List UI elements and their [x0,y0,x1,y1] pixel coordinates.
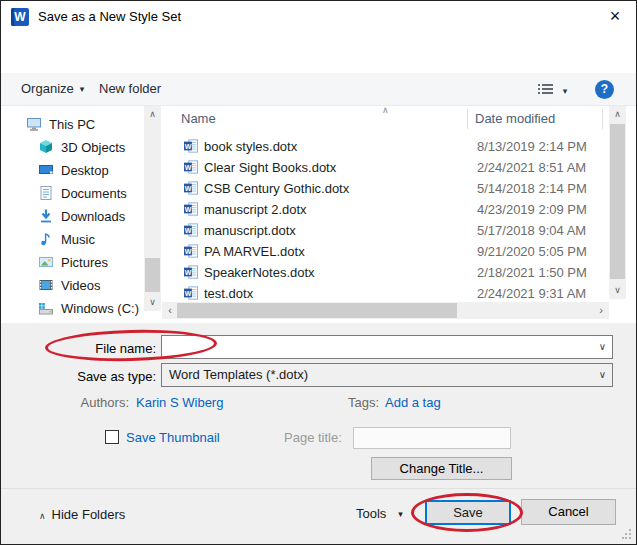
file-name: CSB Century Gothic.dotx [204,178,349,199]
svg-text:W: W [185,248,192,255]
sidebar-item-desktop[interactable]: Desktop [38,160,109,181]
word-app-icon: W [11,8,29,26]
column-header-name[interactable]: Name [181,106,216,132]
drive-icon [38,301,61,316]
file-name-combobox[interactable]: ∨ [161,335,613,359]
sidebar-item-windows-c[interactable]: Windows (C:) [38,298,139,319]
page-title-label: Page title: [284,430,342,445]
tools-button[interactable]: Tools▾ [356,506,403,521]
tools-dropdown-icon: ▾ [398,509,403,519]
add-a-tag-link[interactable]: Add a tag [385,395,441,410]
help-button[interactable]: ? [595,80,614,99]
file-row[interactable]: WCSB Century Gothic.dotx5/14/2018 2:14 P… [163,178,609,199]
file-name-dropdown-icon[interactable]: ∨ [599,336,606,358]
sidebar-label: Documents [61,186,127,201]
save-as-type-combobox[interactable]: Word Templates (*.dotx) ∨ [161,363,613,387]
cancel-button[interactable]: Cancel [521,499,616,525]
file-row[interactable]: Wbook styles.dotx8/13/2019 2:14 PM [163,136,609,157]
close-button[interactable]: × [603,5,627,29]
file-name: Clear Sight Books.dotx [204,157,336,178]
sidebar-label: This PC [49,117,95,132]
svg-text:W: W [185,143,192,150]
view-mode-button[interactable]: ▾ [538,83,567,98]
hide-folders-button[interactable]: ∧Hide Folders [39,507,125,522]
form-panel: File name: ∨ Save as type: Word Template… [1,323,637,488]
svg-text:W: W [185,227,192,234]
svg-text:W: W [185,185,192,192]
scroll-up-icon[interactable]: ∧ [609,107,626,122]
file-row[interactable]: Wmanuscript.dotx5/17/2018 9:04 AM [163,220,609,241]
sidebar-label: Windows (C:) [61,301,139,316]
file-date: 5/17/2018 9:04 AM [477,220,586,241]
file-row[interactable]: WPA MARVEL.dotx9/21/2020 5:05 PM [163,241,609,262]
sidebar-scrollbar[interactable]: ∧ ∨ [144,106,161,311]
save-as-type-dropdown-icon[interactable]: ∨ [599,364,606,386]
sidebar-label: Videos [61,278,101,293]
scroll-down-icon[interactable]: ∨ [144,295,161,310]
file-date: 2/24/2021 9:31 AM [477,283,586,304]
sidebar-item-videos[interactable]: Videos [38,275,101,296]
sidebar-item-pictures[interactable]: Pictures [38,252,108,273]
file-name: SpeakerNotes.dotx [204,262,315,283]
file-name: manuscript 2.dotx [204,199,307,220]
authors-label: Authors: [41,395,129,410]
file-row[interactable]: Wtest.dotx2/24/2021 9:31 AM [163,283,609,304]
file-date: 4/23/2019 2:09 PM [477,199,587,220]
sidebar-item-this-pc[interactable]: This PC [26,114,95,135]
cube-icon [38,140,61,155]
scroll-down-icon[interactable]: ∨ [609,283,626,298]
change-title-button[interactable]: Change Title... [371,457,512,480]
desktop-icon [38,163,61,178]
file-date: 9/21/2020 5:05 PM [477,241,587,262]
column-divider[interactable] [467,109,468,129]
view-dropdown-icon: ▾ [563,86,568,96]
file-row[interactable]: Wmanuscript 2.dotx4/23/2019 2:09 PM [163,199,609,220]
resize-grip[interactable] [622,529,632,539]
file-date: 5/14/2018 2:14 PM [477,178,587,199]
new-folder-button[interactable]: New folder [99,81,161,96]
details-view-icon [538,83,557,98]
navigation-bar: ← → ∨ ↑ « Microsoft › QuickStyles ∨ ↻ [1,33,636,73]
scroll-left-icon[interactable]: ‹ [163,302,177,319]
svg-text:W: W [185,290,192,297]
music-note-icon [38,232,61,247]
scroll-right-icon[interactable]: › [594,302,608,319]
file-date: 2/18/2021 1:50 PM [477,262,587,283]
list-horizontal-scrollbar[interactable]: ‹ › [162,302,609,319]
file-row[interactable]: WClear Sight Books.dotx2/24/2021 8:51 AM [163,157,609,178]
download-icon [38,209,61,224]
sidebar-item-3d-objects[interactable]: 3D Objects [38,137,125,158]
sidebar-item-downloads[interactable]: Downloads [38,206,125,227]
list-horizontal-scrollbar-thumb[interactable] [177,303,457,318]
sort-ascending-icon: ∧ [382,105,389,115]
authors-value[interactable]: Karin S Wiberg [136,395,223,410]
picture-icon [38,255,61,270]
save-thumbnail-checkbox[interactable] [105,430,119,444]
sidebar-item-documents[interactable]: Documents [38,183,127,204]
organize-button[interactable]: Organize▾ [21,81,84,96]
browser-area: This PC 3D Objects Desktop Documents Dow… [1,106,637,323]
svg-text:W: W [185,269,192,276]
file-name-label: File name: [61,341,156,356]
file-row[interactable]: WSpeakerNotes.dotx2/18/2021 1:50 PM [163,262,609,283]
file-name: manuscript.dotx [204,220,296,241]
column-divider[interactable] [602,109,603,129]
film-icon [38,278,61,293]
hide-folders-caret-icon: ∧ [39,511,46,521]
sidebar-label: Desktop [61,163,109,178]
sidebar-item-music[interactable]: Music [38,229,95,250]
tags-label: Tags: [348,395,379,410]
save-button[interactable]: Save [425,500,511,525]
scroll-up-icon[interactable]: ∧ [144,107,161,122]
file-name-input[interactable] [169,337,589,357]
file-date: 8/13/2019 2:14 PM [477,136,587,157]
sidebar-scrollbar-thumb[interactable] [145,258,160,292]
sidebar-label: Downloads [61,209,125,224]
list-vertical-scrollbar[interactable]: ∧ ∨ [609,106,626,299]
list-vertical-scrollbar-thumb[interactable] [610,124,625,279]
file-name: book styles.dotx [204,136,297,157]
page-title-input [353,427,511,449]
help-icon: ? [601,82,608,96]
column-header-date-modified[interactable]: Date modified [475,106,555,132]
save-thumbnail-label[interactable]: Save Thumbnail [126,430,220,445]
